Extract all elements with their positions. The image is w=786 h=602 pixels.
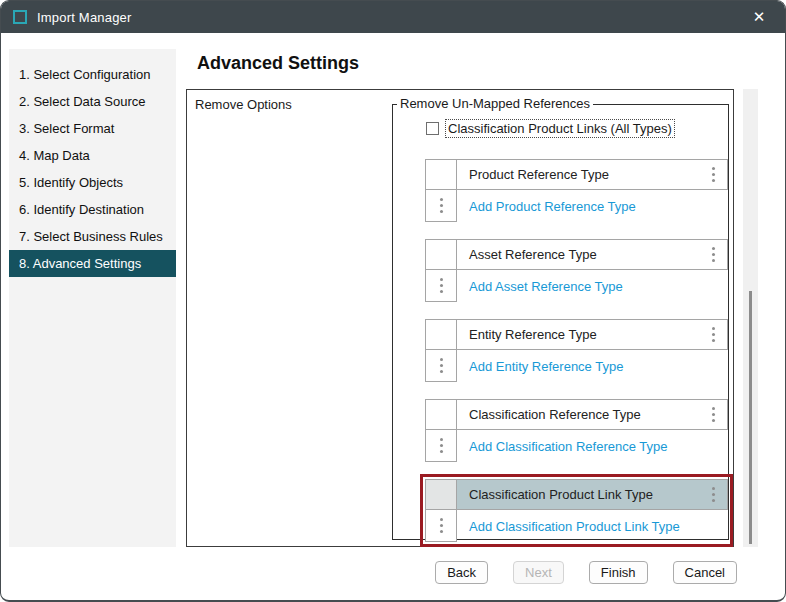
row-selector-cell — [425, 159, 457, 190]
asset-reference-type-field[interactable]: Asset Reference Type — [457, 239, 728, 270]
classification-product-links-checkbox-row: Classification Product Links (All Types) — [426, 119, 728, 138]
row-menu-cell — [425, 350, 457, 382]
kebab-menu-icon[interactable] — [712, 407, 715, 423]
row-menu-cell — [425, 270, 457, 302]
sidebar-item-select-format[interactable]: 3. Select Format — [9, 115, 176, 142]
add-product-reference-type-link[interactable]: Add Product Reference Type — [469, 199, 636, 214]
remove-options-label: Remove Options — [195, 97, 292, 112]
kebab-menu-icon[interactable] — [440, 438, 443, 454]
classification-reference-type-label: Classification Reference Type — [469, 407, 641, 422]
vertical-scrollbar[interactable] — [743, 89, 758, 547]
groupbox-legend: Remove Un-Mapped References — [397, 96, 593, 111]
wizard-steps-sidebar: 1. Select Configuration 2. Select Data S… — [9, 49, 176, 547]
row-selector-cell — [425, 479, 457, 510]
kebab-menu-icon[interactable] — [712, 247, 715, 263]
sidebar-item-identify-destination[interactable]: 6. Identify Destination — [9, 196, 176, 223]
add-row-cell: Add Classification Reference Type — [457, 430, 728, 462]
classification-product-links-checkbox-label[interactable]: Classification Product Links (All Types) — [445, 119, 675, 138]
import-manager-window: Import Manager ✕ 1. Select Configuration… — [0, 0, 786, 602]
finish-button[interactable]: Finish — [589, 561, 648, 584]
classification-reference-type-field[interactable]: Classification Reference Type — [457, 399, 728, 430]
scrollbar-thumb[interactable] — [749, 291, 752, 544]
entity-reference-type-group: Entity Reference Type Add Entity Referen… — [425, 319, 728, 382]
add-entity-reference-type-link[interactable]: Add Entity Reference Type — [469, 359, 623, 374]
kebab-menu-icon[interactable] — [440, 278, 443, 294]
product-reference-type-field[interactable]: Product Reference Type — [457, 159, 728, 190]
sidebar-item-map-data[interactable]: 4. Map Data — [9, 142, 176, 169]
asset-reference-type-group: Asset Reference Type Add Asset Reference… — [425, 239, 728, 302]
product-reference-type-label: Product Reference Type — [469, 167, 609, 182]
sidebar-item-advanced-settings[interactable]: 8. Advanced Settings — [9, 250, 176, 277]
add-row-cell: Add Asset Reference Type — [457, 270, 728, 302]
cancel-button[interactable]: Cancel — [673, 561, 737, 584]
page-title: Advanced Settings — [197, 53, 359, 74]
row-menu-cell — [425, 430, 457, 462]
next-button[interactable]: Next — [513, 561, 564, 584]
remove-options-panel: Remove Options Remove Un-Mapped Referenc… — [186, 89, 734, 547]
entity-reference-type-label: Entity Reference Type — [469, 327, 597, 342]
window-title: Import Manager — [37, 10, 132, 25]
row-selector-cell — [425, 239, 457, 270]
classification-product-link-type-field[interactable]: Classification Product Link Type — [457, 479, 728, 510]
asset-reference-type-label: Asset Reference Type — [469, 247, 597, 262]
add-row-cell: Add Entity Reference Type — [457, 350, 728, 382]
entity-reference-type-field[interactable]: Entity Reference Type — [457, 319, 728, 350]
add-classification-product-link-type-link[interactable]: Add Classification Product Link Type — [469, 519, 680, 534]
titlebar: Import Manager ✕ — [1, 1, 785, 33]
remove-unmapped-references-groupbox: Remove Un-Mapped References Classificati… — [392, 104, 729, 540]
add-row-cell: Add Classification Product Link Type — [457, 510, 728, 542]
row-menu-cell — [425, 190, 457, 222]
row-selector-cell — [425, 399, 457, 430]
back-button[interactable]: Back — [435, 561, 488, 584]
classification-product-link-type-label: Classification Product Link Type — [469, 487, 653, 502]
app-icon — [13, 10, 27, 24]
classification-product-link-type-group: Classification Product Link Type Add Cla… — [420, 474, 733, 547]
kebab-menu-icon[interactable] — [712, 167, 715, 183]
add-classification-reference-type-link[interactable]: Add Classification Reference Type — [469, 439, 667, 454]
sidebar-item-select-business-rules[interactable]: 7. Select Business Rules — [9, 223, 176, 250]
product-reference-type-group: Product Reference Type Add Product Refer… — [425, 159, 728, 222]
sidebar-item-select-configuration[interactable]: 1. Select Configuration — [9, 61, 176, 88]
footer-button-bar: Back Next Finish Cancel — [435, 561, 737, 584]
row-menu-cell — [425, 510, 457, 542]
add-asset-reference-type-link[interactable]: Add Asset Reference Type — [469, 279, 623, 294]
kebab-menu-icon[interactable] — [712, 327, 715, 343]
kebab-menu-icon[interactable] — [440, 358, 443, 374]
add-row-cell: Add Product Reference Type — [457, 190, 728, 222]
classification-reference-type-group: Classification Reference Type Add Classi… — [425, 399, 728, 462]
sidebar-item-identify-objects[interactable]: 5. Identify Objects — [9, 169, 176, 196]
kebab-menu-icon[interactable] — [712, 487, 715, 503]
kebab-menu-icon[interactable] — [440, 198, 443, 214]
row-selector-cell — [425, 319, 457, 350]
close-icon[interactable]: ✕ — [747, 5, 771, 29]
classification-product-links-checkbox[interactable] — [426, 122, 439, 135]
kebab-menu-icon[interactable] — [440, 518, 443, 534]
sidebar-item-select-data-source[interactable]: 2. Select Data Source — [9, 88, 176, 115]
